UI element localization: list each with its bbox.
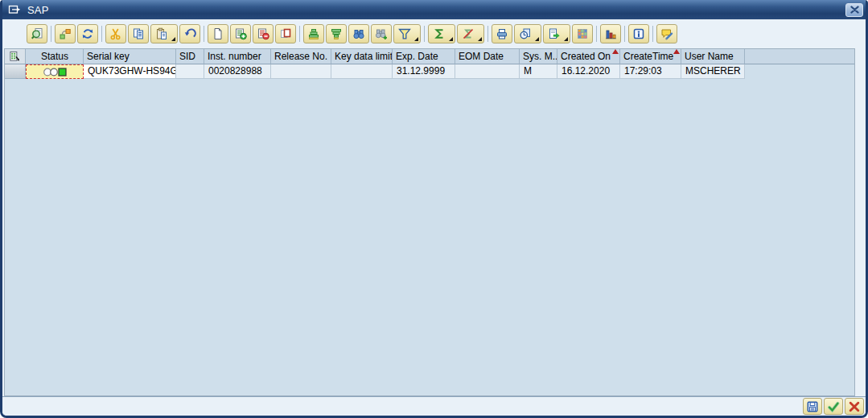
row-selector[interactable] <box>5 64 26 79</box>
continue-button[interactable] <box>824 398 843 415</box>
notes-button[interactable] <box>656 24 677 43</box>
sort-ascending-button[interactable] <box>303 24 324 43</box>
filter-icon <box>398 27 411 40</box>
delete-row-button[interactable] <box>253 24 274 43</box>
views-icon <box>519 27 532 40</box>
serial-key-cell[interactable]: QUK73GHW-HS94G.. <box>84 64 176 79</box>
close-button[interactable] <box>845 3 863 17</box>
toolbar-separator <box>652 26 653 42</box>
copy-button[interactable] <box>128 24 149 43</box>
export-button[interactable] <box>543 24 570 43</box>
subtotal-icon <box>462 27 475 40</box>
append-row-icon <box>212 27 224 40</box>
column-header-sid[interactable]: SID <box>176 49 204 64</box>
check-entries-button[interactable] <box>55 24 76 43</box>
find-next-icon <box>375 27 388 40</box>
cut-icon <box>109 27 122 40</box>
dropdown-arrow-icon <box>414 37 418 41</box>
choose-layout-button[interactable] <box>572 24 593 43</box>
graphic-icon <box>604 27 617 40</box>
notes-icon <box>660 27 673 40</box>
refresh-button[interactable] <box>77 24 98 43</box>
toolbar-separator <box>299 26 300 42</box>
dropdown-arrow-icon <box>478 37 482 41</box>
details-icon <box>31 27 43 40</box>
toolbar-separator <box>51 26 51 42</box>
print-icon <box>496 27 508 40</box>
append-row-button[interactable] <box>208 24 228 43</box>
traffic-light-green-icon <box>43 67 67 77</box>
save-button[interactable] <box>803 398 822 415</box>
dropdown-arrow-icon <box>535 37 539 41</box>
sid-cell[interactable] <box>176 64 204 79</box>
exp-date-cell[interactable]: 31.12.9999 <box>393 64 455 79</box>
insert-row-button[interactable] <box>230 24 251 43</box>
window-title: SAP <box>27 4 49 16</box>
sys-m-cell[interactable]: M <box>520 64 557 79</box>
cancel-button[interactable] <box>845 398 864 415</box>
column-header-exp-date[interactable]: Exp. Date <box>393 49 455 64</box>
close-icon <box>850 6 859 14</box>
undo-icon <box>183 27 196 40</box>
views-button[interactable] <box>514 24 541 43</box>
find-next-button[interactable] <box>371 24 392 43</box>
graphic-button[interactable] <box>600 24 621 43</box>
toolbar-separator <box>424 26 425 42</box>
dropdown-arrow-icon <box>171 37 175 41</box>
toolbar <box>27 23 861 44</box>
info-button[interactable] <box>628 24 649 43</box>
duplicate-row-button[interactable] <box>275 24 296 43</box>
titlebar: SAP <box>0 0 868 19</box>
created-on-cell[interactable]: 16.12.2020 <box>557 64 620 79</box>
subtotal-button[interactable] <box>457 24 484 43</box>
eom-date-cell[interactable] <box>455 64 520 79</box>
table-row: QUK73GHW-HS94G.. 0020828988 31.12.9999 M… <box>5 64 854 79</box>
release-no-cell[interactable] <box>271 64 331 79</box>
column-header-key-data-limit[interactable]: Key data limit <box>331 49 393 64</box>
save-icon <box>806 400 819 413</box>
delete-row-icon <box>257 27 269 40</box>
create-time-cell[interactable]: 17:29:03 <box>620 64 681 79</box>
column-header-user-name[interactable]: User Name <box>681 49 745 64</box>
column-header-eom-date[interactable]: EOM Date <box>455 49 520 64</box>
total-button[interactable] <box>428 24 455 43</box>
sort-descending-icon <box>330 27 343 40</box>
check-entries-icon <box>59 27 72 40</box>
toolbar-separator <box>204 26 204 42</box>
table-header-row: Status Serial key SID Inst. number Relea… <box>5 49 854 64</box>
column-header-status[interactable]: Status <box>26 49 84 64</box>
dialog-window-icon <box>7 4 22 15</box>
select-all-button[interactable] <box>5 49 26 64</box>
cut-button[interactable] <box>105 24 126 43</box>
dropdown-arrow-icon <box>564 37 568 41</box>
info-icon <box>632 27 645 40</box>
header-filler <box>745 49 854 64</box>
toolbar-separator <box>596 26 597 42</box>
duplicate-row-icon <box>279 27 292 40</box>
choose-layout-icon <box>576 27 589 40</box>
toolbar-separator <box>101 26 102 42</box>
find-icon <box>352 27 365 40</box>
refresh-icon <box>81 27 94 40</box>
key-data-limit-cell[interactable] <box>331 64 393 79</box>
column-header-create-time[interactable]: CreateTime <box>620 49 681 64</box>
column-header-created-on[interactable]: Created On <box>557 49 620 64</box>
details-button[interactable] <box>27 24 47 43</box>
column-header-inst-number[interactable]: Inst. number <box>204 49 271 64</box>
license-key-table: Status Serial key SID Inst. number Relea… <box>4 48 855 396</box>
column-header-serial-key[interactable]: Serial key <box>84 49 176 64</box>
paste-button[interactable] <box>150 24 178 43</box>
column-header-sys-m[interactable]: Sys. M.. <box>520 49 557 64</box>
set-filter-button[interactable] <box>393 24 421 43</box>
user-name-cell[interactable]: MSCHERER <box>681 64 745 79</box>
find-button[interactable] <box>348 24 369 43</box>
toolbar-separator <box>624 26 625 42</box>
paste-icon <box>155 27 168 40</box>
print-button[interactable] <box>492 24 512 43</box>
status-cell[interactable] <box>26 64 84 79</box>
sort-descending-button[interactable] <box>326 24 347 43</box>
undo-button[interactable] <box>179 24 200 43</box>
inst-number-cell[interactable]: 0020828988 <box>204 64 271 79</box>
column-header-release-no[interactable]: Release No. <box>271 49 331 64</box>
copy-icon <box>132 27 145 40</box>
